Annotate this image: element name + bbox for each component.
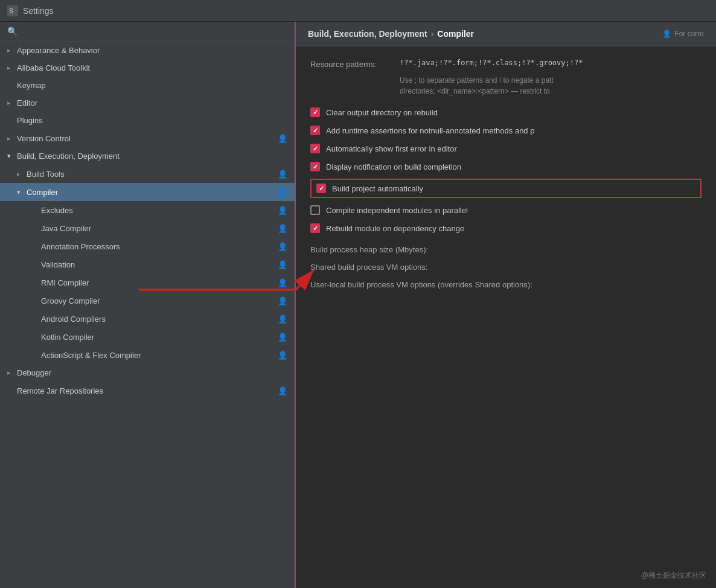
user-scope-icon: 👤: [278, 314, 287, 324]
search-icon: 🔍: [7, 27, 18, 36]
checkbox-compile-parallel[interactable]: [310, 205, 320, 215]
sidebar-item-label: ActionScript & Flex Compiler: [41, 351, 278, 360]
checkbox-row-compile-parallel: Compile independent modules in parallel: [310, 204, 702, 216]
sidebar-item-validation[interactable]: Validation👤: [0, 255, 295, 273]
sidebar-item-label: Debugger: [17, 368, 287, 377]
breadcrumb-separator: ›: [431, 29, 434, 39]
checkbox-display-notification[interactable]: ✓: [310, 162, 320, 171]
breadcrumb-parent: Build, Execution, Deployment: [308, 29, 427, 39]
checkbox-rebuild-module[interactable]: ✓: [310, 223, 320, 233]
sidebar-item-compiler[interactable]: ▾Compiler👤: [0, 183, 295, 201]
header-right-text: For curre: [674, 30, 704, 38]
checkbox-label-add-runtime: Add runtime assertions for notnull-annot…: [326, 126, 534, 135]
checkbox-row-build-automatically: ✓Build project automatically: [310, 179, 702, 198]
sidebar-item-excludes[interactable]: Excludes👤: [0, 201, 295, 219]
sidebar-item-actionscript-compiler[interactable]: ActionScript & Flex Compiler👤: [0, 346, 295, 364]
sidebar-item-java-compiler[interactable]: Java Compiler👤: [0, 219, 295, 237]
chevron-icon: [7, 117, 14, 124]
sidebar-item-plugins[interactable]: Plugins: [0, 112, 295, 129]
sidebar-item-label: Annotation Processors: [41, 242, 278, 251]
user-scope-icon: 👤: [278, 133, 287, 143]
sidebar-item-label: Editor: [17, 98, 287, 107]
sidebar-item-label: Version Control: [17, 134, 278, 143]
window-title: Settings: [23, 6, 54, 16]
content-panel: Build, Execution, Deployment › Compiler …: [296, 22, 716, 588]
checkbox-label-clear-output: Clear output directory on rebuild: [326, 108, 438, 117]
chevron-icon: [31, 279, 39, 286]
user-scope-icon: 👤: [278, 386, 287, 395]
sidebar-item-label: Android Compilers: [41, 315, 278, 324]
checkbox-auto-show-error[interactable]: ✓: [310, 144, 320, 153]
chevron-icon: ▸: [7, 46, 14, 54]
sidebar-item-alibaba[interactable]: ▸Alibaba Cloud Toolkit: [0, 59, 295, 77]
checkbox-row-add-runtime: ✓Add runtime assertions for notnull-anno…: [310, 124, 702, 136]
sidebar-item-label: Validation: [41, 260, 278, 269]
checkbox-row-display-notification: ✓Display notification on build completio…: [310, 161, 702, 173]
chevron-icon: [31, 351, 39, 359]
sidebar-item-groovy-compiler[interactable]: Groovy Compiler👤: [0, 292, 295, 310]
sidebar-item-remote-jar[interactable]: Remote Jar Repositories👤: [0, 382, 295, 400]
sidebar-item-android-compilers[interactable]: Android Compilers👤: [0, 310, 295, 328]
checkbox-build-automatically[interactable]: ✓: [316, 184, 326, 193]
sidebar-item-label: Alibaba Cloud Toolkit: [17, 63, 287, 72]
app-icon: S: [7, 5, 18, 16]
chevron-icon: [31, 206, 39, 214]
resource-patterns-row: Resource patterns: !?*.java;!?*.form;!?*…: [310, 59, 702, 69]
content-header: Build, Execution, Deployment › Compiler …: [296, 22, 716, 46]
checkbox-add-runtime[interactable]: ✓: [310, 126, 320, 135]
checkbox-label-display-notification: Display notification on build completion: [326, 162, 461, 171]
sidebar-item-build-exec-deploy[interactable]: ▾Build, Execution, Deployment: [0, 147, 295, 165]
sidebar-item-version-control[interactable]: ▸Version Control👤: [0, 129, 295, 147]
sidebar: 🔍 ▸Appearance & Behavior▸Alibaba Cloud T…: [0, 22, 296, 588]
user-scope-icon: 👤: [278, 241, 287, 251]
sidebar-item-label: Build, Execution, Deployment: [17, 152, 287, 161]
checkbox-label-rebuild-module: Rebuild module on dependency change: [326, 224, 464, 233]
header-right: 👤 For curre: [662, 30, 704, 38]
chevron-icon: [31, 315, 39, 322]
chevron-icon: ▸: [7, 99, 14, 107]
user-scope-icon: 👤: [278, 296, 287, 305]
chevron-icon: [7, 387, 14, 394]
breadcrumb-current: Compiler: [437, 29, 474, 39]
user-local-vm-label: User-local build process VM options (ove…: [310, 280, 702, 289]
sidebar-item-label: Build Tools: [27, 170, 278, 179]
sidebar-item-label: Kotlin Compiler: [41, 333, 278, 342]
checkbox-row-clear-output: ✓Clear output directory on rebuild: [310, 106, 702, 118]
search-bar[interactable]: 🔍: [0, 22, 295, 42]
sidebar-item-rmi-compiler[interactable]: RMI Compiler👤: [0, 273, 295, 292]
watermark: @稀土掘金技术社区: [641, 570, 706, 581]
user-scope-icon: 👤: [278, 278, 287, 287]
sidebar-item-editor[interactable]: ▸Editor: [0, 94, 295, 112]
chevron-icon: [7, 82, 14, 89]
sidebar-items-list: ▸Appearance & Behavior▸Alibaba Cloud Too…: [0, 42, 295, 400]
chevron-icon: [31, 261, 39, 268]
sidebar-item-label: Appearance & Behavior: [17, 46, 287, 55]
sidebar-item-label: RMI Compiler: [41, 278, 278, 287]
sidebar-item-label: Java Compiler: [41, 224, 278, 233]
chevron-icon: ▸: [7, 64, 14, 72]
sidebar-item-build-tools[interactable]: ▸Build Tools👤: [0, 165, 295, 183]
chevron-icon: [31, 225, 39, 232]
checkbox-label-auto-show-error: Automatically show first error in editor: [326, 144, 457, 153]
user-scope-icon: 👤: [278, 169, 287, 179]
sidebar-item-debugger[interactable]: ▸Debugger: [0, 364, 295, 382]
user-scope-icon: 👤: [278, 350, 287, 360]
resource-patterns-label: Resource patterns:: [310, 59, 395, 69]
main-layout: 🔍 ▸Appearance & Behavior▸Alibaba Cloud T…: [0, 22, 716, 588]
heap-size-label: Build process heap size (Mbytes):: [310, 245, 702, 254]
chevron-icon: ▸: [17, 170, 24, 178]
content-body: Resource patterns: !?*.java;!?*.form;!?*…: [296, 46, 716, 305]
chevron-icon: ▾: [7, 152, 14, 160]
sidebar-item-kotlin-compiler[interactable]: Kotlin Compiler👤: [0, 328, 295, 346]
sidebar-item-appearance[interactable]: ▸Appearance & Behavior: [0, 42, 295, 59]
chevron-icon: [31, 297, 39, 304]
sidebar-item-keymap[interactable]: Keymap: [0, 77, 295, 94]
checkboxes-container: ✓Clear output directory on rebuild✓Add r…: [310, 106, 702, 234]
search-input[interactable]: [21, 27, 287, 36]
svg-text:S: S: [9, 7, 13, 14]
checkbox-row-auto-show-error: ✓Automatically show first error in edito…: [310, 142, 702, 155]
checkbox-label-build-automatically: Build project automatically: [332, 184, 423, 193]
checkbox-clear-output[interactable]: ✓: [310, 107, 320, 117]
sidebar-item-annotation-processors[interactable]: Annotation Processors👤: [0, 237, 295, 255]
checkbox-row-rebuild-module: ✓Rebuild module on dependency change: [310, 222, 702, 234]
